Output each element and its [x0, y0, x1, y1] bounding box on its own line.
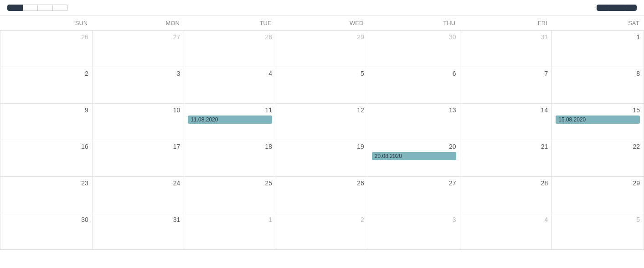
calendar-cell[interactable]: 12: [276, 104, 368, 140]
calendar-cell[interactable]: 27: [92, 31, 184, 67]
day-number: 29: [280, 33, 364, 41]
calendar-cell[interactable]: 17: [92, 140, 184, 177]
calendar-cell[interactable]: 2: [276, 213, 368, 250]
day-number: 30: [372, 33, 456, 41]
calendar-cell[interactable]: 3: [368, 213, 460, 250]
calendar-cell[interactable]: 26: [0, 31, 93, 67]
calendar-cell[interactable]: 13: [368, 104, 460, 140]
day-number: 2: [4, 70, 88, 77]
weekday-header-tue: TUE: [184, 16, 276, 31]
calendar-cell[interactable]: 2: [0, 67, 93, 104]
day-number: 5: [556, 216, 640, 223]
calendar-cell[interactable]: 1515.08.2020: [552, 104, 644, 140]
calendar-cell[interactable]: 24: [92, 177, 184, 213]
calendar-header: [0, 0, 644, 16]
day-number: 18: [188, 143, 272, 150]
week-row-2: 9101111.08.20201213141515.08.2020: [0, 104, 644, 140]
calendar-cell[interactable]: 7: [460, 67, 552, 104]
calendar-cell[interactable]: 31: [92, 213, 184, 250]
week-row-5: 303112345: [0, 213, 644, 250]
day-number: 1: [556, 33, 640, 41]
calendar-cell[interactable]: 28: [460, 177, 552, 213]
calendar-cell[interactable]: 2020.08.2020: [368, 140, 460, 177]
calendar-cell[interactable]: 18: [184, 140, 276, 177]
calendar-cell[interactable]: 6: [368, 67, 460, 104]
calendar-cell[interactable]: 16: [0, 140, 93, 177]
next-button[interactable]: [625, 5, 637, 11]
weekday-header-fri: FRI: [460, 16, 552, 31]
day-number: 4: [464, 216, 548, 223]
day-number: 22: [556, 143, 640, 150]
calendar-cell[interactable]: 3: [92, 67, 184, 104]
calendar-event[interactable]: 11.08.2020: [188, 116, 272, 124]
weekday-header-thu: THU: [368, 16, 460, 31]
calendar-cell[interactable]: 9: [0, 104, 93, 140]
day-number: 20: [372, 143, 456, 150]
calendar-cell[interactable]: 30: [368, 31, 460, 67]
calendar-cell[interactable]: 29: [552, 177, 644, 213]
calendar-cell[interactable]: 14: [460, 104, 552, 140]
calendar-cell[interactable]: 25: [184, 177, 276, 213]
day-number: 29: [556, 179, 640, 187]
calendar-cell[interactable]: 1111.08.2020: [184, 104, 276, 140]
day-view-button[interactable]: [38, 5, 53, 11]
week-view-button[interactable]: [23, 5, 38, 11]
week-row-1: 2345678: [0, 67, 644, 104]
day-number: 10: [96, 106, 180, 114]
day-number: 27: [96, 33, 180, 41]
weekday-header-mon: MON: [92, 16, 184, 31]
calendar-cell[interactable]: 26: [276, 177, 368, 213]
calendar-cell[interactable]: 23: [0, 177, 93, 213]
day-number: 19: [280, 143, 364, 150]
calendar-cell[interactable]: 1: [552, 31, 644, 67]
calendar-cell[interactable]: 27: [368, 177, 460, 213]
day-number: 24: [96, 179, 180, 187]
calendar-cell[interactable]: 19: [276, 140, 368, 177]
day-number: 6: [372, 70, 456, 77]
calendar-grid: SUNMONTUEWEDTHUFRISAT 262728293031123456…: [0, 16, 644, 250]
week-row-0: 2627282930311: [0, 31, 644, 67]
weekday-header-sat: SAT: [552, 16, 644, 31]
calendar-cell[interactable]: 28: [184, 31, 276, 67]
calendar-cell[interactable]: 8: [552, 67, 644, 104]
day-number: 23: [4, 179, 88, 187]
day-number: 31: [464, 33, 548, 41]
view-switcher: [7, 5, 68, 11]
day-number: 4: [188, 70, 272, 77]
calendar-cell[interactable]: 31: [460, 31, 552, 67]
calendar-event[interactable]: 20.08.2020: [372, 152, 456, 160]
day-number: 21: [464, 143, 548, 150]
day-number: 11: [188, 106, 272, 114]
calendar-cell[interactable]: 5: [552, 213, 644, 250]
weekday-header-sun: SUN: [0, 16, 93, 31]
calendar-event[interactable]: 15.08.2020: [556, 116, 640, 124]
calendar-cell[interactable]: 21: [460, 140, 552, 177]
week-row-4: 23242526272829: [0, 177, 644, 213]
calendar-cell[interactable]: 4: [184, 67, 276, 104]
calendar-cell[interactable]: 1: [184, 213, 276, 250]
day-number: 2: [280, 216, 364, 223]
calendar-cell[interactable]: 4: [460, 213, 552, 250]
day-number: 5: [280, 70, 364, 77]
list-view-button[interactable]: [53, 5, 68, 11]
day-number: 3: [372, 216, 456, 223]
day-number: 16: [4, 143, 88, 150]
calendar-cell[interactable]: 22: [552, 140, 644, 177]
day-number: 26: [280, 179, 364, 187]
day-number: 25: [188, 179, 272, 187]
prev-button[interactable]: [597, 5, 608, 11]
calendar-cell[interactable]: 29: [276, 31, 368, 67]
day-number: 31: [96, 216, 180, 223]
calendar-cell[interactable]: 5: [276, 67, 368, 104]
day-number: 12: [280, 106, 364, 114]
day-number: 15: [556, 106, 640, 114]
month-view-button[interactable]: [7, 5, 23, 11]
day-number: 13: [372, 106, 456, 114]
day-number: 8: [556, 70, 640, 77]
calendar-cell[interactable]: 10: [92, 104, 184, 140]
weekday-header-row: SUNMONTUEWEDTHUFRISAT: [0, 16, 644, 31]
today-button[interactable]: [608, 5, 625, 11]
day-number: 27: [372, 179, 456, 187]
calendar-cell[interactable]: 30: [0, 213, 93, 250]
day-number: 1: [188, 216, 272, 223]
